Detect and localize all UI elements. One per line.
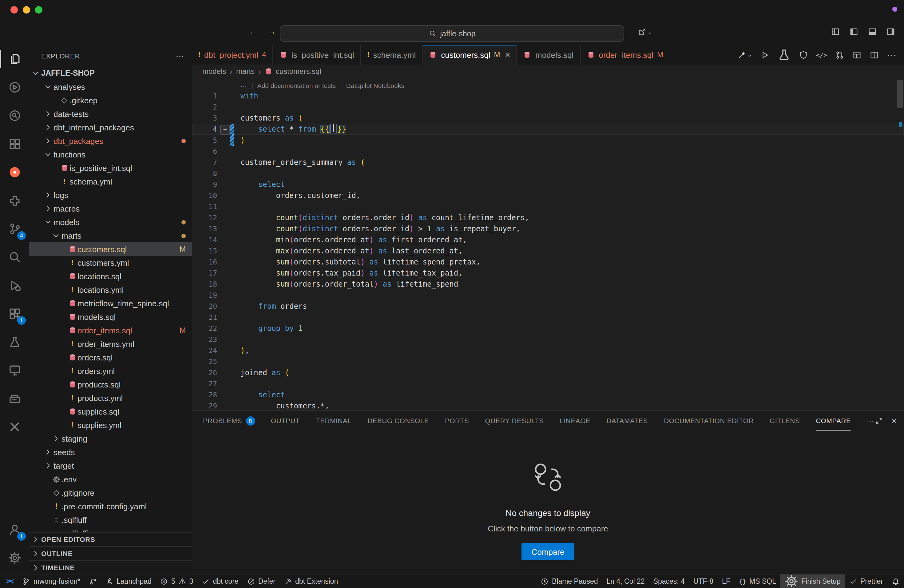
tab-is-positive-int-sql[interactable]: is_positive_int.sql [273, 45, 361, 65]
tree-item-is-positive-int-sql[interactable]: is_positive_int.sql [29, 161, 192, 175]
section-outline[interactable]: OUTLINE [29, 546, 192, 560]
section-open-editors[interactable]: OPEN EDITORS [29, 532, 192, 546]
panel-tab-datamates[interactable]: DATAMATES [606, 411, 648, 430]
maximize-panel-icon[interactable] [875, 417, 883, 425]
status-defer[interactable]: Defer [243, 574, 280, 588]
compiled-code-button[interactable]: </> [816, 51, 827, 58]
toggle-panel-button[interactable] [868, 27, 877, 36]
activity-dbt-docs[interactable] [0, 101, 29, 130]
validate-project-button[interactable] [799, 50, 808, 59]
code-line[interactable]: 13 count(distinct orders.order_id) > 1 a… [192, 223, 904, 234]
code-line[interactable]: 27 [192, 378, 904, 389]
navigate-forward-button[interactable]: → [267, 26, 276, 36]
activity-search[interactable] [0, 243, 29, 271]
customize-layout-button[interactable] [831, 27, 840, 36]
code-line[interactable]: 1with [192, 90, 904, 101]
status-finish-setup[interactable]: Finish Setup [781, 574, 845, 588]
panel-tab-problems[interactable]: PROBLEMS8 [203, 411, 255, 430]
close-panel-icon[interactable]: × [892, 416, 897, 426]
status-launchpad[interactable]: Launchpad [101, 574, 156, 588]
panel-tab-ports[interactable]: PORTS [445, 411, 469, 430]
code-line[interactable]: 3customers as ( [192, 112, 904, 123]
tree-item-locations-sql[interactable]: locations.sql [29, 269, 192, 283]
tab-schema-yml[interactable]: !schema.yml [361, 45, 422, 65]
close-icon[interactable]: × [505, 50, 510, 60]
status-indentation[interactable]: Spaces: 4 [649, 574, 689, 588]
code-line[interactable]: 17 sum(orders.tax_paid) as lifetime_tax_… [192, 267, 904, 279]
query-results-button[interactable] [852, 50, 861, 59]
activity-settings[interactable] [0, 544, 29, 572]
code-line[interactable]: 26joined as ( [192, 367, 904, 378]
tree-item-products-sql[interactable]: products.sql [29, 378, 192, 391]
code-line[interactable]: 2 [192, 101, 904, 112]
minimize-window-button[interactable] [23, 6, 30, 14]
code-line[interactable]: 11 [192, 201, 904, 212]
activity-dbt-run[interactable] [0, 73, 29, 101]
code-line[interactable]: 19 [192, 290, 904, 301]
breadcrumb-item-customers-sql[interactable]: customers.sql [265, 67, 321, 76]
tree-item-locations-yml[interactable]: !locations.yml [29, 283, 192, 296]
status-encoding[interactable]: UTF-8 [689, 574, 718, 588]
tree-item-gitignore[interactable]: .gitignore [29, 486, 192, 499]
toggle-primary-sidebar-button[interactable] [849, 27, 858, 36]
activity-run-and-debug[interactable] [0, 271, 29, 300]
panel-tab-debug-console[interactable]: DEBUG CONSOLE [367, 411, 429, 430]
panel-tab-gitlens[interactable]: GITLENS [770, 411, 800, 430]
activity-puzzle[interactable] [0, 187, 29, 215]
tree-item-order-items-sql[interactable]: order_items.sqlM [29, 324, 192, 337]
tree-item-staging[interactable]: staging [29, 432, 192, 445]
tree-item-sqlfluffignore[interactable]: ≡.sqlfluffignore [29, 526, 192, 532]
tree-item-customers-yml[interactable]: !customers.yml [29, 256, 192, 269]
tree-item-models-sql[interactable]: models.sql [29, 310, 192, 324]
code-line[interactable]: 20 from orders [192, 301, 904, 312]
tree-item-marts[interactable]: marts [29, 229, 192, 242]
navigate-back-button[interactable]: ← [249, 26, 258, 36]
status-git-branch[interactable]: mwong-fusion* [18, 574, 85, 588]
run-query-button[interactable] [760, 50, 769, 59]
tree-item-sqlfluff[interactable]: ≡.sqlfluff [29, 513, 192, 526]
status-prettier[interactable]: Prettier [845, 574, 887, 588]
activity-blocks[interactable] [0, 130, 29, 158]
panel-tab-terminal[interactable]: TERMINAL [316, 411, 351, 430]
codelens-link[interactable]: ··· [240, 81, 247, 90]
status-eol[interactable]: LF [718, 574, 735, 588]
activity-source-control[interactable]: 4 [0, 215, 29, 243]
editor-scrollbar[interactable] [897, 80, 903, 108]
code-line[interactable]: 16 sum(orders.subtotal) as lifetime_spen… [192, 256, 904, 267]
code-line[interactable]: 7customer_orders_summary as ( [192, 157, 904, 168]
tree-item-schema-yml[interactable]: !schema.yml [29, 175, 192, 188]
status-remote-indicator[interactable]: >< [0, 574, 18, 588]
breadcrumb-item-marts[interactable]: marts [236, 67, 254, 76]
tab-customers-sql[interactable]: customers.sqlM× [422, 45, 517, 65]
code-line[interactable]: 5) [192, 135, 904, 146]
code-line[interactable]: 29 customers.*, [192, 400, 904, 410]
activity-explorer[interactable] [0, 45, 29, 73]
panel-tab-output[interactable]: OUTPUT [271, 411, 300, 430]
tree-item-orders-sql[interactable]: orders.sql [29, 351, 192, 364]
more-actions-button[interactable]: ⋯ [887, 49, 897, 60]
tree-item-models[interactable]: models [29, 215, 192, 229]
tree-item-dbt-internal-packages[interactable]: dbt_internal_packages [29, 120, 192, 134]
status-dbt-extension[interactable]: dbt Extension [280, 574, 342, 588]
tree-item-analyses[interactable]: analyses [29, 80, 192, 93]
tree-item-jaffle-shop[interactable]: JAFFLE-SHOP [29, 66, 192, 80]
tree-item-products-yml[interactable]: !products.yml [29, 391, 192, 405]
tree-item-supplies-yml[interactable]: !supplies.yml [29, 418, 192, 432]
toggle-secondary-sidebar-button[interactable] [886, 27, 895, 36]
panel-tab-lineage[interactable]: LINEAGE [560, 411, 591, 430]
code-line[interactable]: 18 sum(orders.order_total) as lifetime_s… [192, 279, 904, 290]
command-center-search[interactable]: jaffle-shop [280, 25, 624, 42]
code-line[interactable]: 24), [192, 345, 904, 356]
tree-item-seeds[interactable]: seeds [29, 445, 192, 459]
activity-accounts[interactable]: 1 [0, 515, 29, 544]
code-line[interactable]: 22 group by 1 [192, 323, 904, 334]
tree-item-data-tests[interactable]: data-tests [29, 107, 192, 120]
tree-item-env[interactable]: .env [29, 473, 192, 486]
code-line[interactable]: 10 orders.customer_id, [192, 190, 904, 201]
tree-item-orders-yml[interactable]: !orders.yml [29, 364, 192, 378]
dbt-build-actions-button[interactable]: ⌄ [738, 50, 752, 59]
code-line[interactable]: 4+ select * from {{}} [192, 123, 904, 135]
activity-testing[interactable] [0, 328, 29, 356]
add-annotation-button[interactable]: + [220, 125, 230, 135]
tree-item-macros[interactable]: macros [29, 202, 192, 215]
